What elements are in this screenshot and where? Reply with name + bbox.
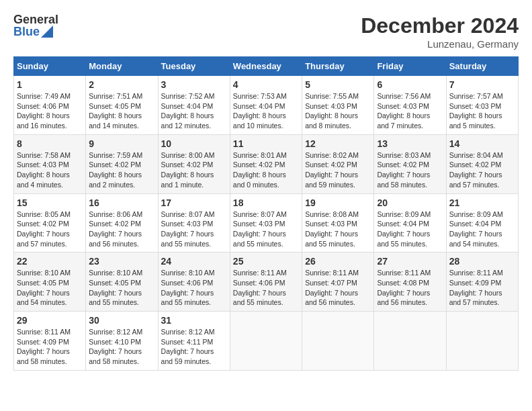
day-number: 30: [89, 315, 154, 326]
calendar-cell: 28 Sunrise: 8:11 AM Sunset: 4:09 PM Dayl…: [446, 253, 518, 312]
day-info: Sunrise: 7:51 AM Sunset: 4:05 PM Dayligh…: [89, 91, 154, 131]
day-info: Sunrise: 8:11 AM Sunset: 4:09 PM Dayligh…: [17, 327, 83, 367]
calendar-cell: 25 Sunrise: 8:11 AM Sunset: 4:06 PM Dayl…: [230, 253, 302, 312]
calendar-cell: 27 Sunrise: 8:11 AM Sunset: 4:08 PM Dayl…: [374, 253, 446, 312]
day-number: 16: [89, 197, 154, 208]
day-info: Sunrise: 8:10 AM Sunset: 4:05 PM Dayligh…: [89, 268, 154, 308]
calendar-cell: 24 Sunrise: 8:10 AM Sunset: 4:06 PM Dayl…: [158, 253, 230, 312]
calendar-cell: 2 Sunrise: 7:51 AM Sunset: 4:05 PM Dayli…: [86, 76, 158, 135]
calendar-cell: 11 Sunrise: 8:01 AM Sunset: 4:02 PM Dayl…: [230, 134, 302, 193]
day-info: Sunrise: 8:12 AM Sunset: 4:10 PM Dayligh…: [89, 327, 154, 367]
day-info: Sunrise: 7:53 AM Sunset: 4:04 PM Dayligh…: [233, 91, 299, 131]
day-info: Sunrise: 8:11 AM Sunset: 4:06 PM Dayligh…: [233, 268, 299, 308]
logo: General Blue: [13, 13, 58, 38]
day-number: 11: [233, 138, 299, 149]
calendar-cell: 9 Sunrise: 7:59 AM Sunset: 4:02 PM Dayli…: [86, 134, 158, 193]
calendar-cell: 17 Sunrise: 8:07 AM Sunset: 4:03 PM Dayl…: [158, 193, 230, 253]
day-number: 19: [305, 197, 371, 208]
col-saturday: Saturday: [446, 57, 518, 76]
calendar-cell: 19 Sunrise: 8:08 AM Sunset: 4:03 PM Dayl…: [302, 193, 374, 253]
day-number: 13: [377, 138, 443, 149]
title-area: December 2024 Lunzenau, Germany: [361, 13, 519, 50]
day-number: 29: [17, 315, 83, 326]
day-info: Sunrise: 8:11 AM Sunset: 4:09 PM Dayligh…: [449, 268, 515, 308]
col-friday: Friday: [374, 57, 446, 76]
calendar-cell: 31 Sunrise: 8:12 AM Sunset: 4:11 PM Dayl…: [158, 312, 230, 371]
day-info: Sunrise: 7:52 AM Sunset: 4:04 PM Dayligh…: [161, 91, 227, 131]
calendar-cell: 22 Sunrise: 8:10 AM Sunset: 4:05 PM Dayl…: [14, 253, 86, 312]
day-number: 23: [89, 256, 154, 267]
day-number: 14: [449, 138, 515, 149]
day-number: 27: [377, 256, 443, 267]
calendar-cell: 15 Sunrise: 8:05 AM Sunset: 4:02 PM Dayl…: [14, 193, 86, 253]
calendar-table: Sunday Monday Tuesday Wednesday Thursday…: [13, 56, 519, 371]
day-info: Sunrise: 8:07 AM Sunset: 4:03 PM Dayligh…: [233, 210, 299, 249]
calendar-week-row: 15 Sunrise: 8:05 AM Sunset: 4:02 PM Dayl…: [14, 193, 519, 253]
day-info: Sunrise: 8:11 AM Sunset: 4:08 PM Dayligh…: [377, 268, 443, 308]
day-info: Sunrise: 8:08 AM Sunset: 4:03 PM Dayligh…: [305, 210, 371, 249]
day-number: 20: [377, 197, 443, 208]
day-info: Sunrise: 8:09 AM Sunset: 4:04 PM Dayligh…: [377, 210, 443, 249]
calendar-cell: 29 Sunrise: 8:11 AM Sunset: 4:09 PM Dayl…: [14, 312, 86, 371]
day-number: 2: [89, 79, 154, 90]
day-info: Sunrise: 8:00 AM Sunset: 4:02 PM Dayligh…: [161, 150, 227, 190]
calendar-week-row: 22 Sunrise: 8:10 AM Sunset: 4:05 PM Dayl…: [14, 253, 519, 312]
col-sunday: Sunday: [14, 57, 86, 76]
day-info: Sunrise: 7:49 AM Sunset: 4:06 PM Dayligh…: [17, 91, 83, 131]
day-info: Sunrise: 7:57 AM Sunset: 4:03 PM Dayligh…: [449, 91, 515, 131]
calendar-cell: 13 Sunrise: 8:03 AM Sunset: 4:02 PM Dayl…: [374, 134, 446, 193]
day-info: Sunrise: 8:07 AM Sunset: 4:03 PM Dayligh…: [161, 210, 227, 249]
day-info: Sunrise: 8:03 AM Sunset: 4:02 PM Dayligh…: [377, 150, 443, 190]
day-number: 17: [161, 197, 227, 208]
calendar-cell: 1 Sunrise: 7:49 AM Sunset: 4:06 PM Dayli…: [14, 76, 86, 135]
calendar-subtitle: Lunzenau, Germany: [361, 38, 519, 50]
day-number: 28: [449, 256, 515, 267]
day-number: 5: [305, 79, 371, 90]
calendar-cell: 12 Sunrise: 8:02 AM Sunset: 4:02 PM Dayl…: [302, 134, 374, 193]
day-number: 4: [233, 79, 299, 90]
day-number: 6: [377, 79, 443, 90]
calendar-week-row: 29 Sunrise: 8:11 AM Sunset: 4:09 PM Dayl…: [14, 312, 519, 371]
day-number: 26: [305, 256, 371, 267]
calendar-cell: 21 Sunrise: 8:09 AM Sunset: 4:04 PM Dayl…: [446, 193, 518, 253]
calendar-week-row: 8 Sunrise: 7:58 AM Sunset: 4:03 PM Dayli…: [14, 134, 519, 193]
calendar-cell: [302, 312, 374, 371]
calendar-cell: 20 Sunrise: 8:09 AM Sunset: 4:04 PM Dayl…: [374, 193, 446, 253]
calendar-cell: 18 Sunrise: 8:07 AM Sunset: 4:03 PM Dayl…: [230, 193, 302, 253]
calendar-cell: 3 Sunrise: 7:52 AM Sunset: 4:04 PM Dayli…: [158, 76, 230, 135]
page-header: General Blue December 2024 Lunzenau, Ger…: [13, 13, 519, 50]
day-number: 25: [233, 256, 299, 267]
logo-blue-text: Blue: [13, 26, 40, 38]
calendar-cell: 16 Sunrise: 8:06 AM Sunset: 4:02 PM Dayl…: [86, 193, 158, 253]
day-info: Sunrise: 7:58 AM Sunset: 4:03 PM Dayligh…: [17, 150, 83, 190]
day-number: 9: [89, 138, 154, 149]
calendar-cell: 7 Sunrise: 7:57 AM Sunset: 4:03 PM Dayli…: [446, 76, 518, 135]
day-info: Sunrise: 8:06 AM Sunset: 4:02 PM Dayligh…: [89, 210, 154, 249]
day-info: Sunrise: 8:01 AM Sunset: 4:02 PM Dayligh…: [233, 150, 299, 190]
day-number: 31: [161, 315, 227, 326]
day-number: 12: [305, 138, 371, 149]
calendar-cell: [446, 312, 518, 371]
calendar-header-row: Sunday Monday Tuesday Wednesday Thursday…: [14, 57, 519, 76]
col-monday: Monday: [86, 57, 158, 76]
day-info: Sunrise: 8:10 AM Sunset: 4:06 PM Dayligh…: [161, 268, 227, 308]
day-number: 21: [449, 197, 515, 208]
svg-marker-0: [41, 26, 53, 38]
logo-general-text: General: [13, 13, 58, 26]
day-info: Sunrise: 7:56 AM Sunset: 4:03 PM Dayligh…: [377, 91, 443, 131]
col-tuesday: Tuesday: [158, 57, 230, 76]
calendar-cell: 8 Sunrise: 7:58 AM Sunset: 4:03 PM Dayli…: [14, 134, 86, 193]
col-wednesday: Wednesday: [230, 57, 302, 76]
calendar-cell: 26 Sunrise: 8:11 AM Sunset: 4:07 PM Dayl…: [302, 253, 374, 312]
calendar-cell: 23 Sunrise: 8:10 AM Sunset: 4:05 PM Dayl…: [86, 253, 158, 312]
day-info: Sunrise: 8:11 AM Sunset: 4:07 PM Dayligh…: [305, 268, 371, 308]
day-info: Sunrise: 8:05 AM Sunset: 4:02 PM Dayligh…: [17, 210, 83, 249]
calendar-cell: 14 Sunrise: 8:04 AM Sunset: 4:02 PM Dayl…: [446, 134, 518, 193]
logo-icon: [41, 26, 53, 38]
day-info: Sunrise: 7:59 AM Sunset: 4:02 PM Dayligh…: [89, 150, 154, 190]
calendar-cell: [374, 312, 446, 371]
day-number: 15: [17, 197, 83, 208]
calendar-cell: 4 Sunrise: 7:53 AM Sunset: 4:04 PM Dayli…: [230, 76, 302, 135]
day-number: 1: [17, 79, 83, 90]
calendar-cell: 10 Sunrise: 8:00 AM Sunset: 4:02 PM Dayl…: [158, 134, 230, 193]
